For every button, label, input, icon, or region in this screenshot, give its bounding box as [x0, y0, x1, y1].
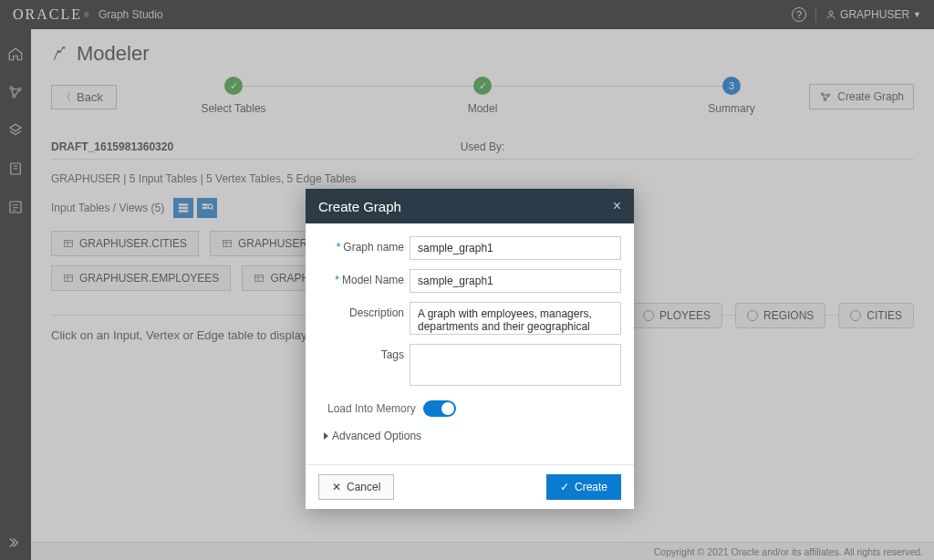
- cancel-label: Cancel: [347, 481, 380, 493]
- modal-title: Create Graph: [318, 199, 401, 214]
- create-label: Create: [575, 481, 607, 493]
- modal-header: Create Graph ×: [306, 189, 634, 223]
- description-label: Description: [318, 302, 410, 319]
- graph-name-label: *Graph name: [318, 236, 410, 254]
- tags-input[interactable]: [410, 344, 621, 386]
- check-icon: ✓: [560, 481, 569, 493]
- close-icon[interactable]: ×: [613, 198, 621, 214]
- create-graph-modal: Create Graph × *Graph name *Model Name D…: [306, 189, 634, 509]
- chevron-right-icon: [324, 432, 328, 440]
- close-icon: ✕: [332, 481, 341, 493]
- graph-name-input[interactable]: [410, 236, 621, 260]
- advanced-options-label: Advanced Options: [332, 430, 421, 442]
- tags-label: Tags: [318, 344, 410, 361]
- create-button[interactable]: ✓ Create: [546, 474, 621, 500]
- description-input[interactable]: [410, 302, 621, 335]
- load-memory-toggle[interactable]: [423, 400, 456, 417]
- advanced-options-toggle[interactable]: Advanced Options: [318, 422, 621, 459]
- model-name-label: *Model Name: [318, 269, 410, 286]
- load-memory-label: Load Into Memory: [327, 402, 416, 415]
- cancel-button[interactable]: ✕ Cancel: [318, 474, 394, 500]
- model-name-input[interactable]: [410, 269, 621, 293]
